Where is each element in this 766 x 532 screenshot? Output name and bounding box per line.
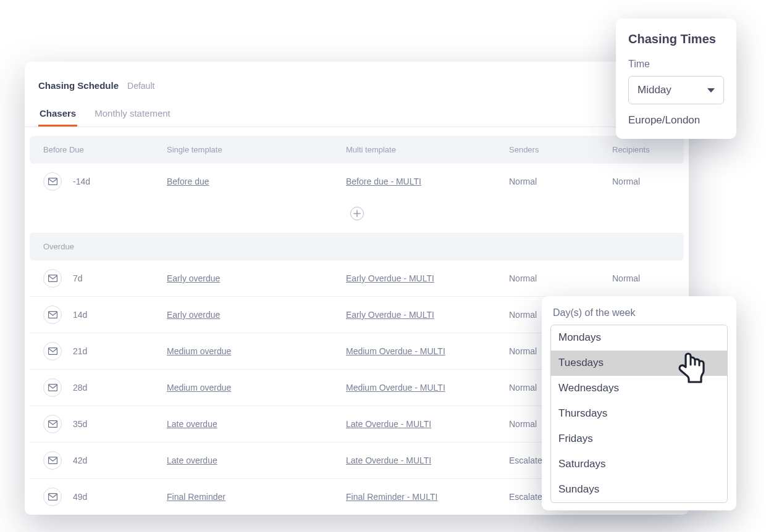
mail-icon bbox=[43, 415, 62, 433]
cell-recipients: Normal bbox=[612, 273, 711, 283]
plus-icon bbox=[353, 210, 361, 217]
time-select[interactable]: Midday bbox=[628, 76, 724, 104]
cell-single-template: Medium overdue bbox=[167, 383, 346, 393]
col-single-header: Single template bbox=[167, 145, 346, 154]
days-list: MondaysTuesdaysWednesdaysThursdaysFriday… bbox=[550, 325, 728, 503]
cell-single-template: Final Reminder bbox=[167, 492, 346, 502]
card-header: Chasing Schedule Default bbox=[25, 80, 689, 102]
days-value: 49d bbox=[73, 492, 87, 502]
single-template-link[interactable]: Early overdue bbox=[167, 273, 220, 283]
add-button[interactable] bbox=[350, 207, 364, 220]
cell-multi-template: Before due - MULTI bbox=[346, 177, 509, 186]
cell-days: 28d bbox=[43, 378, 167, 397]
table-row[interactable]: -14dBefore dueBefore due - MULTINormalNo… bbox=[30, 164, 684, 199]
cell-single-template: Early overdue bbox=[167, 273, 346, 283]
cell-single-template: Before due bbox=[167, 177, 346, 186]
multi-template-link[interactable]: Before due - MULTI bbox=[346, 177, 421, 186]
mail-icon bbox=[43, 378, 62, 397]
svg-rect-1 bbox=[48, 275, 57, 282]
cell-multi-template: Late Overdue - MULTI bbox=[346, 455, 509, 465]
multi-template-link[interactable]: Medium Overdue - MULTI bbox=[346, 383, 445, 393]
cell-multi-template: Early Overdue - MULTI bbox=[346, 310, 509, 320]
time-label: Time bbox=[628, 59, 724, 70]
col-recipients-header: Recipients bbox=[612, 145, 711, 154]
single-template-link[interactable]: Before due bbox=[167, 177, 209, 186]
svg-rect-2 bbox=[48, 312, 57, 318]
day-option-saturdays[interactable]: Saturdays bbox=[551, 452, 727, 477]
cell-multi-template: Medium Overdue - MULTI bbox=[346, 383, 509, 393]
multi-template-link[interactable]: Late Overdue - MULTI bbox=[346, 419, 431, 429]
multi-template-link[interactable]: Early Overdue - MULTI bbox=[346, 273, 434, 283]
cell-days: 21d bbox=[43, 342, 167, 360]
day-option-sundays[interactable]: Sundays bbox=[551, 477, 727, 502]
col-multi-header: Multi template bbox=[346, 145, 509, 154]
tabs: ChasersMonthly statement bbox=[25, 102, 689, 127]
days-value: 21d bbox=[73, 346, 87, 356]
time-select-value: Midday bbox=[638, 84, 671, 96]
multi-template-link[interactable]: Medium Overdue - MULTI bbox=[346, 346, 445, 356]
col-overdue-header: Overdue bbox=[43, 242, 167, 251]
svg-rect-6 bbox=[48, 457, 57, 464]
chevron-down-icon bbox=[707, 88, 715, 93]
day-option-wednesdays[interactable]: Wednesdays bbox=[551, 376, 727, 401]
svg-rect-4 bbox=[48, 384, 57, 391]
cell-days: -14d bbox=[43, 172, 167, 191]
days-value: 7d bbox=[73, 273, 83, 283]
cell-senders: Normal bbox=[509, 177, 612, 186]
single-template-link[interactable]: Medium overdue bbox=[167, 383, 231, 393]
single-template-link[interactable]: Medium overdue bbox=[167, 346, 231, 356]
col-days-header: Before Due bbox=[43, 145, 167, 154]
cell-multi-template: Final Reminder - MULTI bbox=[346, 492, 509, 502]
mail-icon bbox=[43, 342, 62, 360]
mail-icon bbox=[43, 305, 62, 324]
svg-rect-3 bbox=[48, 348, 57, 355]
cell-days: 42d bbox=[43, 451, 167, 470]
day-option-mondays[interactable]: Mondays bbox=[551, 325, 727, 351]
columns-header-before-due: Before Due Single template Multi templat… bbox=[30, 136, 684, 164]
cell-recipients: Normal bbox=[612, 177, 711, 186]
cell-multi-template: Late Overdue - MULTI bbox=[346, 419, 509, 429]
col-senders-header: Senders bbox=[509, 145, 612, 154]
single-template-link[interactable]: Late overdue bbox=[167, 419, 217, 429]
multi-template-link[interactable]: Late Overdue - MULTI bbox=[346, 455, 431, 465]
columns-header-overdue: Overdue bbox=[30, 233, 684, 260]
single-template-link[interactable]: Late overdue bbox=[167, 455, 217, 465]
multi-template-link[interactable]: Final Reminder - MULTI bbox=[346, 492, 437, 502]
cell-days: 7d bbox=[43, 269, 167, 288]
svg-rect-7 bbox=[48, 494, 57, 501]
multi-template-link[interactable]: Early Overdue - MULTI bbox=[346, 310, 434, 320]
svg-rect-5 bbox=[48, 421, 57, 428]
cell-multi-template: Medium Overdue - MULTI bbox=[346, 346, 509, 356]
tab-monthly-statement[interactable]: Monthly statement bbox=[93, 102, 172, 127]
mail-icon bbox=[43, 488, 62, 506]
cell-days: 49d bbox=[43, 488, 167, 506]
mail-icon bbox=[43, 269, 62, 288]
cell-multi-template: Early Overdue - MULTI bbox=[346, 273, 509, 283]
cell-senders: Normal bbox=[509, 273, 612, 283]
cell-single-template: Medium overdue bbox=[167, 346, 346, 356]
table-row[interactable]: 7dEarly overdueEarly Overdue - MULTINorm… bbox=[30, 260, 684, 297]
chasing-times-panel: Chasing Times Time Midday Europe/London bbox=[616, 19, 736, 139]
cell-single-template: Early overdue bbox=[167, 310, 346, 320]
single-template-link[interactable]: Final Reminder bbox=[167, 492, 225, 502]
cell-days: 35d bbox=[43, 415, 167, 433]
day-option-tuesdays[interactable]: Tuesdays bbox=[551, 351, 727, 376]
single-template-link[interactable]: Early overdue bbox=[167, 310, 220, 320]
mail-icon bbox=[43, 172, 62, 191]
days-value: -14d bbox=[73, 177, 90, 186]
panel-title: Chasing Times bbox=[628, 32, 724, 46]
cell-single-template: Late overdue bbox=[167, 455, 346, 465]
days-value: 42d bbox=[73, 455, 87, 465]
days-of-week-panel: Day(s) of the week MondaysTuesdaysWednes… bbox=[542, 296, 736, 510]
day-option-thursdays[interactable]: Thursdays bbox=[551, 401, 727, 426]
cell-days: 14d bbox=[43, 305, 167, 324]
timezone-text: Europe/London bbox=[628, 114, 724, 127]
mail-icon bbox=[43, 451, 62, 470]
day-option-fridays[interactable]: Fridays bbox=[551, 426, 727, 452]
svg-rect-0 bbox=[48, 178, 57, 185]
tab-chasers[interactable]: Chasers bbox=[38, 102, 77, 127]
add-row bbox=[25, 199, 689, 224]
days-value: 35d bbox=[73, 419, 87, 429]
days-value: 28d bbox=[73, 383, 87, 393]
card-subtitle: Default bbox=[127, 81, 154, 91]
